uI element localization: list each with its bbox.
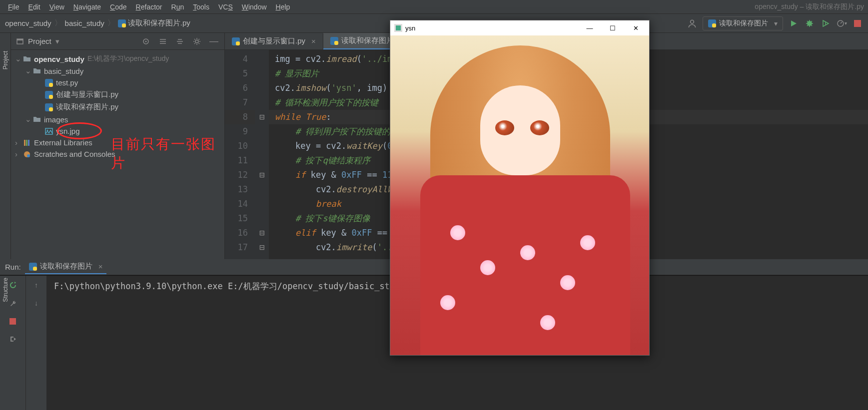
tree-folder-basic-study[interactable]: ⌄ basic_study <box>13 65 222 77</box>
close-icon[interactable]: × <box>311 37 316 45</box>
svg-rect-32 <box>9 318 16 325</box>
tree-label: test.py <box>56 78 78 87</box>
run-sidebar-secondary: ↑ ↓ <box>26 276 47 410</box>
tree-root[interactable]: ⌄ opencv_study E:\机器学习\opencv_study <box>13 53 222 65</box>
debug-button[interactable] <box>804 18 815 29</box>
tab-structure[interactable]: Structure <box>2 275 9 305</box>
menu-help[interactable]: Help <box>272 2 294 12</box>
opencv-window[interactable]: ysn — ☐ ✕ <box>390 20 650 356</box>
tree-label: Scratches and Consoles <box>34 150 115 158</box>
run-config-label: 读取和保存图片 <box>719 19 768 28</box>
editor-tab-1[interactable]: 创建与显示窗口.py × <box>225 33 323 49</box>
breadcrumb: opencv_study 〉 basic_study 〉 读取和保存图片.py <box>5 18 190 28</box>
svg-rect-29 <box>334 41 338 45</box>
run-title: Run: <box>5 263 21 271</box>
menu-code[interactable]: Code <box>106 2 130 12</box>
breadcrumb-file[interactable]: 读取和保存图片.py <box>118 18 190 28</box>
tree-file-test[interactable]: test.py <box>13 77 222 88</box>
opencv-window-title: ysn <box>405 24 415 32</box>
menu-vcs[interactable]: VCS <box>214 2 237 12</box>
opencv-titlebar[interactable]: ysn — ☐ ✕ <box>390 20 649 35</box>
tree-root-path: E:\机器学习\opencv_study <box>87 54 169 63</box>
tab-project[interactable]: Project <box>2 48 9 72</box>
chevron-right-icon: 〉 <box>54 18 62 28</box>
python-file-icon <box>45 91 53 99</box>
menu-tools[interactable]: Tools <box>189 2 213 12</box>
tree-folder-images[interactable]: ⌄ images <box>13 113 222 125</box>
menu-view[interactable]: View <box>45 2 68 12</box>
menu-file[interactable]: FFileile <box>4 2 23 12</box>
tree-scratches[interactable]: › Scratches and Consoles <box>13 148 222 160</box>
project-icon <box>16 37 24 45</box>
maximize-button[interactable]: ☐ <box>601 21 624 35</box>
tree-label: images <box>44 115 68 124</box>
tree-label: basic_study <box>44 67 83 75</box>
run-button[interactable] <box>788 18 799 29</box>
menu-edit[interactable]: Edit <box>24 2 44 12</box>
stop-button[interactable] <box>852 18 863 29</box>
svg-rect-14 <box>49 83 53 87</box>
down-arrow-icon[interactable]: ↓ <box>31 298 42 309</box>
scratches-icon <box>23 150 31 158</box>
expand-all-icon[interactable] <box>157 36 168 47</box>
breadcrumb-root[interactable]: opencv_study <box>5 19 51 27</box>
tree-file-ysn[interactable]: ysn.jpg <box>13 125 222 137</box>
run-tab[interactable]: 读取和保存图片 × <box>25 260 107 274</box>
fold-gutter: ⊟ ⊟ ⊟ ⊟ <box>255 50 269 263</box>
menu-window[interactable]: Window <box>238 2 271 12</box>
minimize-button[interactable]: — <box>578 21 601 35</box>
close-icon[interactable]: × <box>98 262 103 271</box>
svg-rect-7 <box>854 20 861 27</box>
exit-icon[interactable] <box>7 334 18 345</box>
menubar: FFileile Edit View Navigate Code Refacto… <box>0 0 868 14</box>
python-file-icon <box>45 79 53 87</box>
run-tab-label: 读取和保存图片 <box>40 262 92 271</box>
tree-external-libs[interactable]: › External Libraries <box>13 137 222 148</box>
tree-file-readwrite[interactable]: 读取和保存图片.py <box>13 101 222 113</box>
run-config-selector[interactable]: 读取和保存图片 ▾ <box>703 16 783 30</box>
select-opened-file-icon[interactable] <box>140 36 151 47</box>
up-arrow-icon[interactable]: ↑ <box>31 280 42 291</box>
svg-rect-18 <box>49 107 53 111</box>
svg-rect-22 <box>26 140 27 146</box>
python-file-icon <box>708 19 716 27</box>
folder-icon <box>33 67 41 75</box>
tree-file-window[interactable]: 创建与显示窗口.py <box>13 88 222 101</box>
tree-label: 创建与显示窗口.py <box>56 90 118 99</box>
chevron-down-icon: ⌄ <box>25 66 30 75</box>
stop-button[interactable] <box>7 316 18 327</box>
chevron-right-icon: 〉 <box>107 18 115 28</box>
tree-label: External Libraries <box>34 138 92 147</box>
chevron-down-icon[interactable]: ▾ <box>55 37 59 46</box>
menu-refactor[interactable]: Refactor <box>132 2 166 12</box>
menu-run[interactable]: Run <box>167 2 188 12</box>
settings-icon[interactable] <box>191 36 202 47</box>
chevron-down-icon: ⌄ <box>25 115 30 124</box>
chevron-down-icon: ⌄ <box>15 54 20 63</box>
svg-rect-27 <box>236 41 240 45</box>
python-file-icon <box>330 37 338 45</box>
tree-root-label: opencv_study <box>34 55 84 63</box>
user-icon[interactable] <box>687 18 698 29</box>
collapse-all-icon[interactable] <box>174 36 185 47</box>
svg-rect-21 <box>24 140 25 146</box>
breadcrumb-folder[interactable]: basic_study <box>65 19 104 27</box>
python-file-icon <box>118 19 126 27</box>
chevron-right-icon: › <box>15 138 20 147</box>
coverage-button[interactable] <box>820 18 831 29</box>
hide-icon[interactable]: — <box>208 36 219 47</box>
opencv-image-content <box>390 35 649 355</box>
python-file-icon <box>29 263 37 271</box>
svg-rect-4 <box>712 23 716 27</box>
line-gutter: 4 5 6 7 8 9 10 11 12 13 14 15 16 17 <box>225 50 255 263</box>
window-title-hint: opencv_study – 读取和保存图片.py <box>755 2 864 11</box>
svg-point-12 <box>195 40 198 43</box>
svg-point-2 <box>691 20 694 23</box>
svg-rect-23 <box>28 140 29 146</box>
profile-button[interactable]: ▾ <box>836 18 847 29</box>
folder-icon <box>23 55 31 63</box>
menu-navigate[interactable]: Navigate <box>69 2 105 12</box>
folder-icon <box>33 115 41 123</box>
close-button[interactable]: ✕ <box>624 21 647 35</box>
svg-rect-34 <box>396 25 401 30</box>
